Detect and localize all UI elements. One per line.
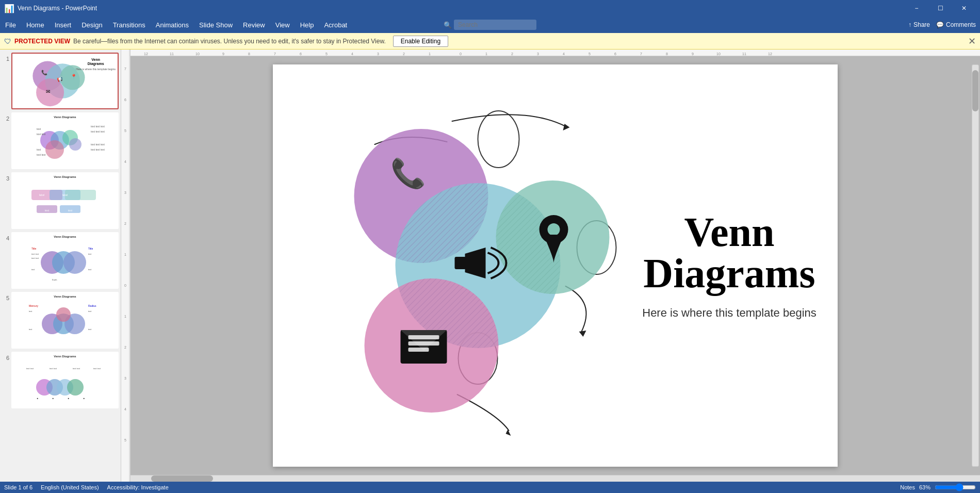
- venn-diagram-area: 📞: [273, 64, 621, 467]
- svg-text:text: text: [45, 209, 50, 212]
- svg-text:text text: text text: [31, 253, 39, 255]
- svg-text:text: text: [88, 328, 92, 331]
- menu-item-insert[interactable]: Insert: [50, 19, 77, 31]
- search-input[interactable]: [454, 20, 536, 30]
- app-icon: 📊: [4, 4, 14, 13]
- canvas-area: 12 11 10 9 8 7 6 5 4 3 2 1 0 1 2 3 4 5 6…: [130, 50, 980, 482]
- close-button[interactable]: ✕: [952, 0, 976, 17]
- svg-text:Title: Title: [31, 247, 36, 250]
- status-right: Notes 63%: [900, 484, 976, 490]
- svg-point-126: [548, 223, 560, 236]
- comment-icon: 💬: [936, 21, 944, 28]
- svg-text:11: 11: [742, 52, 746, 56]
- enable-editing-button[interactable]: Enable Editing: [393, 36, 448, 47]
- slide-thumb-1[interactable]: 1 📞 📢 ✉ 📍: [2, 53, 119, 109]
- slide-number-2: 2: [2, 112, 9, 122]
- vertical-scrollbar[interactable]: [972, 64, 979, 467]
- slide-number-4: 4: [2, 232, 9, 241]
- scrollbar-thumb-v[interactable]: [972, 70, 978, 111]
- slide-thumb-4[interactable]: 4 Venn Diagrams Title text text text tex…: [2, 232, 119, 289]
- window-controls: − ☐ ✕: [905, 0, 976, 17]
- svg-rect-23: [65, 190, 96, 200]
- slide-title-area: Venn Diagrams Here is where this templat…: [621, 64, 838, 467]
- svg-text:text text: text text: [37, 153, 46, 156]
- filename: Venn Diagrams - PowerPoint: [18, 5, 97, 12]
- slides-panel: 1 📞 📢 ✉ 📍: [0, 50, 121, 482]
- svg-text:label: label: [39, 193, 45, 196]
- menu-item-slideshow[interactable]: Slide Show: [194, 19, 238, 31]
- svg-text:Radius: Radius: [88, 304, 96, 307]
- svg-text:5: 5: [589, 52, 591, 56]
- menu-item-home[interactable]: Home: [21, 19, 50, 31]
- close-protected-bar[interactable]: ✕: [968, 36, 976, 47]
- protected-view-bar: 🛡 PROTECTED VIEW Be careful—files from t…: [0, 33, 980, 50]
- svg-text:1: 1: [124, 315, 126, 318]
- slide-thumb-2[interactable]: 2 Venn Diagrams text text text text text…: [2, 112, 119, 169]
- status-bar: Slide 1 of 6 English (United States) Acc…: [0, 482, 980, 493]
- svg-text:text: text: [37, 148, 41, 151]
- svg-text:2: 2: [511, 52, 513, 56]
- svg-text:6: 6: [614, 52, 616, 56]
- svg-text:text: text: [37, 127, 41, 130]
- svg-text:●: ●: [83, 397, 85, 400]
- svg-text:text text text: text text text: [91, 143, 105, 146]
- search-icon: 🔍: [444, 21, 452, 29]
- svg-text:3: 3: [377, 52, 379, 56]
- horizontal-ruler: 12 11 10 9 8 7 6 5 4 3 2 1 0 1 2 3 4 5 6…: [130, 50, 980, 56]
- svg-text:text text: text text: [31, 257, 39, 259]
- svg-text:3: 3: [537, 52, 539, 56]
- share-button[interactable]: ↑ Share: [908, 21, 930, 28]
- menu-item-acrobat[interactable]: Acrobat: [319, 19, 352, 31]
- svg-text:8: 8: [666, 52, 668, 56]
- menu-bar: File Home Insert Design Transitions Anim…: [0, 17, 980, 33]
- svg-marker-103: [563, 124, 570, 130]
- scrollbar-thumb-h[interactable]: [151, 475, 213, 482]
- slide-count: Slide 1 of 6: [4, 484, 32, 490]
- svg-text:text text: text text: [93, 367, 101, 370]
- menu-item-view[interactable]: View: [270, 19, 295, 31]
- menu-item-design[interactable]: Design: [76, 19, 107, 31]
- svg-text:11: 11: [170, 52, 174, 56]
- svg-text:text text text: text text text: [91, 125, 105, 128]
- comments-button[interactable]: 💬 Comments: [936, 21, 976, 28]
- svg-text:0: 0: [460, 52, 462, 56]
- svg-text:Earth: Earth: [52, 278, 57, 281]
- svg-rect-130: [409, 348, 429, 352]
- menu-item-animations[interactable]: Animations: [151, 19, 194, 31]
- svg-rect-124: [455, 257, 466, 269]
- svg-text:12: 12: [144, 52, 148, 56]
- menu-item-review[interactable]: Review: [238, 19, 270, 31]
- svg-text:📞: 📞: [390, 157, 426, 190]
- svg-text:label: label: [62, 193, 68, 196]
- maximize-button[interactable]: ☐: [928, 0, 952, 17]
- svg-point-10: [45, 140, 64, 159]
- slide-number-6: 6: [2, 352, 9, 361]
- svg-point-44: [56, 307, 71, 322]
- svg-text:●: ●: [37, 397, 38, 400]
- svg-text:9: 9: [692, 52, 694, 56]
- menu-item-file[interactable]: File: [0, 19, 21, 31]
- menu-item-help[interactable]: Help: [295, 19, 319, 31]
- vertical-ruler: 7 6 5 4 3 2 1 0 1 2 3 4 5: [121, 50, 130, 482]
- svg-text:9: 9: [222, 52, 224, 56]
- svg-text:text text: text text: [50, 367, 57, 370]
- svg-text:text text: text text: [26, 367, 34, 370]
- slide-canvas: 📞: [273, 64, 838, 467]
- svg-text:2: 2: [124, 346, 126, 349]
- slide-thumb-6[interactable]: 6 Venn Diagrams text text text text text…: [2, 352, 119, 408]
- zoom-slider[interactable]: [935, 484, 976, 490]
- svg-point-12: [69, 138, 81, 151]
- horizontal-scrollbar[interactable]: [130, 475, 980, 482]
- svg-text:text: text: [88, 268, 92, 271]
- slide-thumb-3[interactable]: 3 Venn Diagrams label label text text: [2, 172, 119, 229]
- minimize-button[interactable]: −: [905, 0, 928, 17]
- svg-text:text: text: [29, 328, 32, 331]
- svg-text:8: 8: [248, 52, 250, 56]
- accessibility: Accessibility: Investigate: [107, 484, 169, 490]
- notes-button[interactable]: Notes: [900, 484, 915, 490]
- language: English (United States): [41, 484, 99, 490]
- slide-thumb-5[interactable]: 5 Venn Diagrams Mercury text Radius text…: [2, 292, 119, 349]
- svg-text:●: ●: [68, 397, 69, 400]
- menu-item-transitions[interactable]: Transitions: [108, 19, 151, 31]
- slide-main-title: Venn Diagrams: [643, 211, 815, 294]
